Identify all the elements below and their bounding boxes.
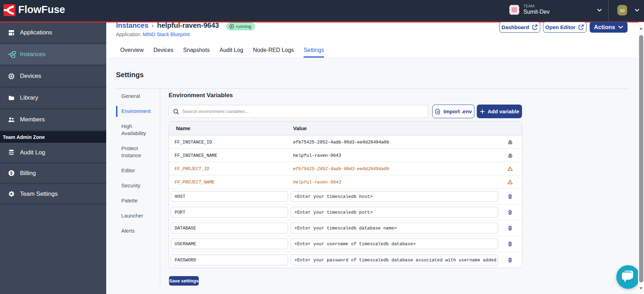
svg-text:$: $: [10, 171, 13, 176]
